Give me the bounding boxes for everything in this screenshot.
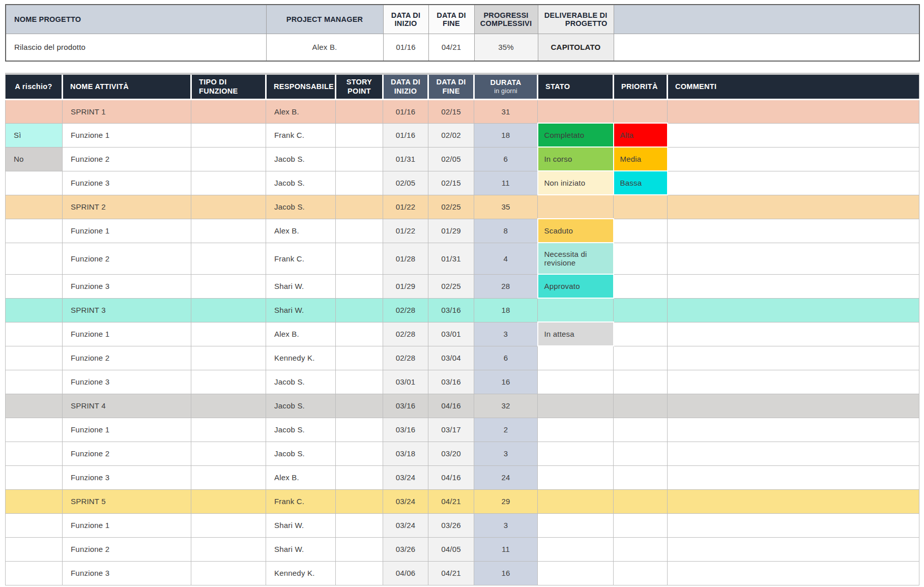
function-type-cell[interactable] [191, 322, 266, 346]
story-point-cell[interactable] [336, 99, 383, 123]
function-type-cell[interactable] [191, 195, 266, 219]
comment-cell[interactable] [668, 147, 919, 171]
risk-cell[interactable] [6, 243, 63, 274]
end-date-cell[interactable]: 04/21 [428, 561, 474, 585]
duration-cell[interactable]: 16 [474, 561, 538, 585]
end-date-cell[interactable]: 03/16 [428, 370, 474, 394]
story-point-cell[interactable] [336, 147, 383, 171]
comment-cell[interactable] [668, 561, 919, 585]
end-date-cell[interactable]: 03/20 [428, 442, 474, 465]
comment-cell[interactable] [668, 99, 919, 123]
status-cell[interactable] [538, 418, 614, 442]
function-type-cell[interactable] [191, 219, 266, 243]
duration-cell[interactable]: 16 [474, 370, 538, 394]
owner-cell[interactable]: Jacob S. [266, 442, 336, 465]
activity-name-cell[interactable]: Funzione 3 [63, 465, 191, 489]
start-date-cell[interactable]: 04/06 [383, 561, 428, 585]
function-type-cell[interactable] [191, 513, 266, 537]
status-cell[interactable] [538, 513, 614, 537]
risk-cell[interactable] [6, 465, 63, 489]
start-date-cell[interactable]: 02/28 [383, 298, 428, 322]
priority-cell[interactable] [614, 298, 668, 322]
end-date-cell[interactable]: 04/05 [428, 537, 474, 561]
owner-cell[interactable]: Jacob S. [266, 171, 336, 195]
priority-cell[interactable] [614, 418, 668, 442]
story-point-cell[interactable] [336, 346, 383, 370]
function-type-cell[interactable] [191, 465, 266, 489]
story-point-cell[interactable] [336, 394, 383, 418]
comment-cell[interactable] [668, 322, 919, 346]
function-type-cell[interactable] [191, 346, 266, 370]
status-cell[interactable] [538, 298, 614, 322]
risk-cell[interactable] [6, 537, 63, 561]
risk-cell[interactable]: No [6, 147, 63, 171]
comment-cell[interactable] [668, 274, 919, 298]
activity-name-cell[interactable]: Funzione 3 [63, 171, 191, 195]
start-date-cell[interactable]: 01/16 [383, 123, 428, 147]
start-date-cell[interactable]: 01/31 [383, 147, 428, 171]
risk-cell[interactable]: Sì [6, 123, 63, 147]
duration-cell[interactable]: 32 [474, 394, 538, 418]
function-type-cell[interactable] [191, 298, 266, 322]
comment-cell[interactable] [668, 123, 919, 147]
start-date-cell[interactable]: 03/24 [383, 465, 428, 489]
risk-cell[interactable] [6, 442, 63, 465]
story-point-cell[interactable] [336, 195, 383, 219]
start-date-cell[interactable]: 01/16 [383, 99, 428, 123]
priority-cell[interactable] [614, 219, 668, 243]
priority-cell[interactable] [614, 537, 668, 561]
comment-cell[interactable] [668, 537, 919, 561]
start-date-cell[interactable]: 01/29 [383, 274, 428, 298]
start-date-cell[interactable]: 03/18 [383, 442, 428, 465]
story-point-cell[interactable] [336, 513, 383, 537]
risk-cell[interactable] [6, 195, 63, 219]
comment-cell[interactable] [668, 370, 919, 394]
activity-name-cell[interactable]: Funzione 1 [63, 123, 191, 147]
owner-cell[interactable]: Alex B. [266, 322, 336, 346]
function-type-cell[interactable] [191, 123, 266, 147]
owner-cell[interactable]: Alex B. [266, 465, 336, 489]
activity-name-cell[interactable]: Funzione 2 [63, 346, 191, 370]
start-date-cell[interactable]: 02/28 [383, 346, 428, 370]
end-date-cell[interactable]: 04/16 [428, 394, 474, 418]
duration-cell[interactable]: 31 [474, 99, 538, 123]
function-type-cell[interactable] [191, 394, 266, 418]
end-date-cell[interactable]: 02/25 [428, 274, 474, 298]
start-date-cell[interactable]: 03/16 [383, 394, 428, 418]
activity-name-cell[interactable]: SPRINT 1 [63, 99, 191, 123]
comment-cell[interactable] [668, 346, 919, 370]
status-cell[interactable] [538, 442, 614, 465]
status-cell[interactable]: In corso [538, 147, 614, 171]
project-manager-value[interactable]: Alex B. [266, 34, 383, 61]
end-date-cell[interactable]: 02/15 [428, 99, 474, 123]
duration-cell[interactable]: 35 [474, 195, 538, 219]
risk-cell[interactable] [6, 418, 63, 442]
owner-cell[interactable]: Alex B. [266, 99, 336, 123]
status-cell[interactable] [538, 489, 614, 513]
comment-cell[interactable] [668, 442, 919, 465]
owner-cell[interactable]: Jacob S. [266, 370, 336, 394]
story-point-cell[interactable] [336, 537, 383, 561]
story-point-cell[interactable] [336, 442, 383, 465]
risk-cell[interactable] [6, 346, 63, 370]
status-cell[interactable] [538, 99, 614, 123]
story-point-cell[interactable] [336, 465, 383, 489]
story-point-cell[interactable] [336, 274, 383, 298]
activity-name-cell[interactable]: SPRINT 5 [63, 489, 191, 513]
owner-cell[interactable]: Jacob S. [266, 147, 336, 171]
story-point-cell[interactable] [336, 561, 383, 585]
risk-cell[interactable] [6, 298, 63, 322]
deliverable-value[interactable]: CAPITOLATO [538, 34, 614, 61]
comment-cell[interactable] [668, 513, 919, 537]
risk-cell[interactable] [6, 394, 63, 418]
priority-cell[interactable] [614, 370, 668, 394]
status-cell[interactable]: Approvato [538, 274, 614, 298]
story-point-cell[interactable] [336, 418, 383, 442]
status-cell[interactable] [538, 370, 614, 394]
comment-cell[interactable] [668, 219, 919, 243]
end-date-cell[interactable]: 02/05 [428, 147, 474, 171]
risk-cell[interactable] [6, 219, 63, 243]
activity-name-cell[interactable]: SPRINT 4 [63, 394, 191, 418]
story-point-cell[interactable] [336, 219, 383, 243]
owner-cell[interactable]: Shari W. [266, 274, 336, 298]
